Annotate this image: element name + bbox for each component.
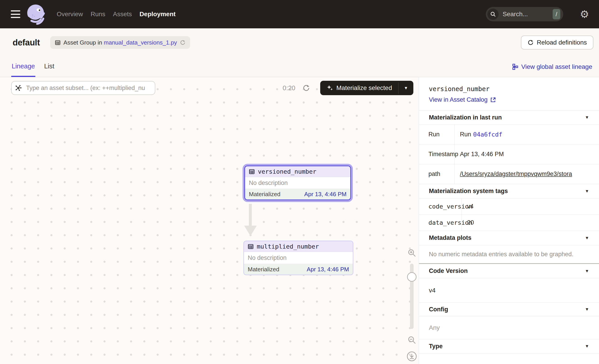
table-grid-icon <box>247 243 254 250</box>
zoom-slider-handle[interactable] <box>407 272 416 282</box>
view-tabs: Lineage List View global asset lineage <box>0 57 599 77</box>
materialize-selected-button-group: Materialize selected ▾ <box>320 81 413 95</box>
lineage-edge <box>249 204 252 226</box>
dagster-app: Overview Runs Assets Deployment Search..… <box>0 0 599 364</box>
sparkles-icon <box>326 85 333 91</box>
code-version-value: v4 <box>419 278 599 303</box>
run-id-link[interactable]: 04a6fcdf <box>473 131 502 138</box>
nav-item-overview[interactable]: Overview <box>57 11 83 18</box>
chevron-down-icon: ▼ <box>585 344 589 349</box>
table-row-run: Run Run04a6fcdf <box>419 125 599 144</box>
search-placeholder: Search... <box>503 11 553 18</box>
page-title: default <box>13 38 40 47</box>
settings-gear-icon[interactable]: ⚙ <box>580 9 589 19</box>
table-row-data-version: data_version 20 <box>419 215 599 231</box>
section-header-materialization-last-run[interactable]: Materialization in last run▼ <box>419 110 599 125</box>
lineage-edge-arrowhead <box>244 226 257 236</box>
asset-node-status: Materialized <box>248 266 279 273</box>
hamburger-menu-icon[interactable] <box>11 10 20 18</box>
materialize-selected-button[interactable]: Materialize selected <box>320 81 398 95</box>
asset-group-tag: Asset Group in manual_data_versions_1.py <box>50 36 190 49</box>
asset-node-timestamp-link[interactable]: Apr 13, 4:46 PM <box>307 266 349 273</box>
page-header: default Asset Group in manual_data_versi… <box>0 28 599 57</box>
chevron-down-icon: ▼ <box>585 235 589 241</box>
tab-lineage[interactable]: Lineage <box>11 57 35 77</box>
table-row-path: path /Users/sryza/dagster/tmppvqwm9e3/st… <box>419 164 599 184</box>
view-in-asset-catalog-link[interactable]: View in Asset Catalog <box>429 96 496 103</box>
graph-refresh-icon[interactable] <box>302 84 310 92</box>
top-nav: Overview Runs Assets Deployment Search..… <box>0 0 599 28</box>
asset-subset-filter-input[interactable] <box>11 81 155 95</box>
materialize-options-caret[interactable]: ▾ <box>398 81 413 95</box>
chevron-down-icon: ▼ <box>585 189 589 194</box>
asset-node-description: No description <box>244 252 353 264</box>
search-shortcut-badge: / <box>553 9 560 19</box>
reload-definitions-button[interactable]: Reload definitions <box>521 35 593 50</box>
config-value: Any <box>419 316 599 339</box>
asset-details-sidebar: versioned_number View in Asset Catalog M… <box>419 77 599 364</box>
lineage-graph-icon <box>512 63 519 70</box>
asset-node-status: Materialized <box>249 191 280 198</box>
asset-node-name: multiplied_number <box>257 243 319 250</box>
asset-node-versioned-number[interactable]: versioned_number No description Material… <box>244 165 351 200</box>
asset-graph-canvas[interactable]: 0:20 Materialize selected ▾ <box>0 77 419 364</box>
refresh-icon[interactable] <box>180 40 186 45</box>
sidebar-asset-title: versioned_number <box>429 85 589 93</box>
table-grid-icon <box>249 168 255 175</box>
section-header-config[interactable]: Config▼ <box>419 303 599 316</box>
table-row-timestamp: Timestamp Apr 13, 4:46 PM <box>419 144 599 164</box>
chevron-down-icon: ▼ <box>585 307 589 312</box>
nav-item-assets[interactable]: Assets <box>113 11 132 18</box>
asset-node-name: versioned_number <box>258 168 316 175</box>
nav-item-runs[interactable]: Runs <box>91 11 105 18</box>
section-header-code-version[interactable]: Code Version▼ <box>419 264 599 278</box>
chevron-down-icon: ▼ <box>585 115 589 120</box>
asset-node-timestamp-link[interactable]: Apr 13, 4:46 PM <box>304 191 346 198</box>
download-image-icon[interactable] <box>406 351 417 362</box>
table-row-code-version: code_version v4 <box>419 199 599 215</box>
asset-group-file-link[interactable]: manual_data_versions_1.py <box>104 39 177 46</box>
search-icon <box>487 9 499 20</box>
reload-icon <box>528 39 534 46</box>
external-link-icon <box>490 97 496 103</box>
asset-node-multiplied-number[interactable]: multiplied_number No description Materia… <box>244 241 353 275</box>
section-header-metadata-plots[interactable]: Metadata plots▼ <box>419 231 599 245</box>
global-search-input[interactable]: Search... / <box>486 7 563 21</box>
section-header-type[interactable]: Type▼ <box>419 339 599 353</box>
metadata-plots-empty-message: No numeric metadata entries available to… <box>419 245 599 263</box>
view-global-asset-lineage-link[interactable]: View global asset lineage <box>512 57 592 77</box>
asset-graph-filter-icon <box>15 84 22 91</box>
zoom-in-icon[interactable] <box>407 248 416 257</box>
asset-group-prefix: Asset Group in <box>63 39 102 46</box>
nav-item-deployment[interactable]: Deployment <box>140 11 176 18</box>
path-link[interactable]: /Users/sryza/dagster/tmppvqwm9e3/stora <box>460 171 572 177</box>
chevron-down-icon: ▼ <box>585 269 589 274</box>
refresh-countdown-timer: 0:20 <box>283 81 295 95</box>
table-grid-icon <box>55 40 61 46</box>
dagster-logo-icon[interactable] <box>26 4 47 25</box>
tab-list[interactable]: List <box>44 57 55 77</box>
zoom-out-icon[interactable] <box>407 335 416 344</box>
asset-node-description: No description <box>245 177 350 189</box>
section-header-system-tags[interactable]: Materialization system tags▼ <box>419 184 599 199</box>
